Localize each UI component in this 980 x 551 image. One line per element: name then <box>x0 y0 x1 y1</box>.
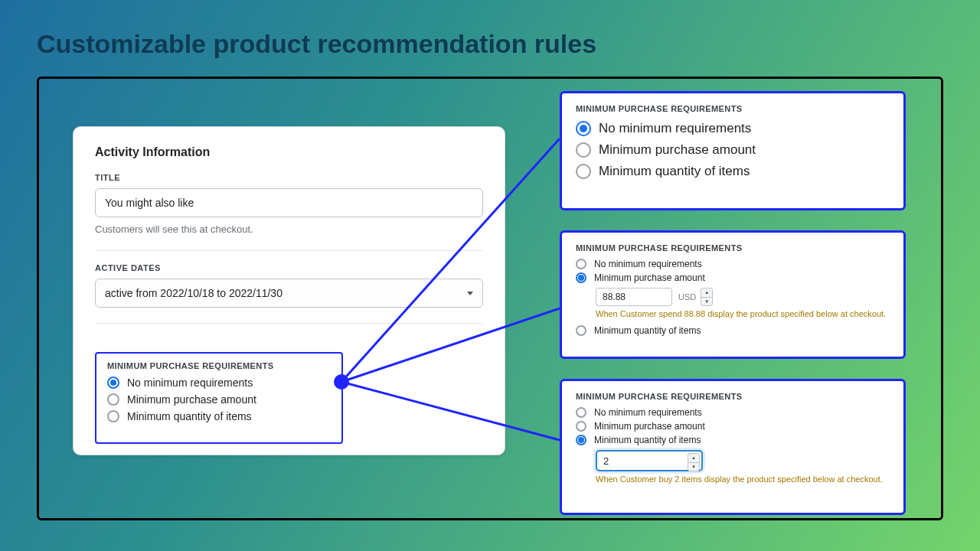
mpr-state-none: MINIMUM PURCHASE REQUIREMENTS No minimum… <box>560 91 906 210</box>
card-heading: Activity Information <box>74 127 505 173</box>
mpr-option-label: Minimum quantity of items <box>599 164 750 179</box>
mpr-option-amount[interactable]: Minimum purchase amount <box>107 393 331 406</box>
title-helper: Customers will see this at checkout. <box>95 223 483 235</box>
mpr-option-none[interactable]: No minimum requirements <box>107 377 331 389</box>
mpr-option-label: Minimum quantity of items <box>594 325 701 336</box>
radio-icon <box>576 435 586 445</box>
divider <box>95 323 483 324</box>
title-input-value: You might also like <box>105 197 194 209</box>
radio-icon <box>107 393 119 406</box>
demo-frame: Activity Information TITLE You might als… <box>37 77 943 520</box>
amount-input[interactable]: 88.88 <box>596 288 672 306</box>
title-label: TITLE <box>95 173 483 182</box>
amount-hint: When Customer spend 88.88 display the pr… <box>596 309 890 319</box>
mpr-option-qty[interactable]: Minimum quantity of items <box>107 410 331 422</box>
mpr-option-amount[interactable]: Minimum purchase amount <box>576 142 890 158</box>
mpr-option-label: Minimum quantity of items <box>127 410 252 422</box>
mpr-option-label: No minimum requirements <box>594 407 702 418</box>
chevron-down-icon: ▼ <box>701 298 712 306</box>
qty-stepper[interactable]: ▲ ▼ <box>688 453 700 471</box>
mpr-option-label: No minimum requirements <box>127 377 253 389</box>
mpr-option-label: Minimum purchase amount <box>594 421 705 432</box>
amount-value: 88.88 <box>603 292 626 302</box>
active-dates-value: active from 2022/10/18 to 2022/11/30 <box>105 287 283 299</box>
qty-input-wrap: 2 ▲ ▼ <box>596 450 890 471</box>
mpr-option-label: No minimum requirements <box>594 259 702 269</box>
mpr-state-amount: MINIMUM PURCHASE REQUIREMENTS No minimum… <box>560 230 906 359</box>
radio-icon <box>576 325 586 336</box>
mpr-option-label: Minimum purchase amount <box>599 142 756 158</box>
amount-stepper[interactable]: ▲ ▼ <box>701 288 713 306</box>
mpr-option-none[interactable]: No minimum requirements <box>576 407 890 418</box>
mpr-heading: MINIMUM PURCHASE REQUIREMENTS <box>576 104 890 113</box>
mpr-option-none[interactable]: No minimum requirements <box>576 121 890 136</box>
qty-hint: When Customer buy 2 items display the pr… <box>596 474 890 484</box>
radio-icon <box>576 407 586 418</box>
mpr-option-label: Minimum purchase amount <box>594 272 705 283</box>
mpr-option-qty[interactable]: Minimum quantity of items <box>576 325 890 336</box>
page-title: Customizable product recommendation rule… <box>37 29 596 59</box>
chevron-down-icon: ▼ <box>688 463 699 471</box>
radio-icon <box>107 410 119 422</box>
radio-icon <box>576 142 591 158</box>
amount-input-wrap: 88.88 USD ▲ ▼ <box>596 288 890 306</box>
title-input[interactable]: You might also like <box>95 188 483 217</box>
radio-icon <box>576 272 586 283</box>
mpr-source-panel: MINIMUM PURCHASE REQUIREMENTS No minimum… <box>95 352 343 444</box>
active-dates-label: ACTIVE DATES <box>95 263 483 272</box>
chevron-up-icon: ▲ <box>688 454 699 463</box>
mpr-state-qty: MINIMUM PURCHASE REQUIREMENTS No minimum… <box>560 379 906 515</box>
mpr-option-label: Minimum purchase amount <box>127 393 256 406</box>
mpr-heading: MINIMUM PURCHASE REQUIREMENTS <box>576 243 890 253</box>
chevron-up-icon: ▲ <box>701 289 712 298</box>
radio-icon <box>576 121 591 136</box>
radio-icon <box>107 377 119 389</box>
mpr-option-amount[interactable]: Minimum purchase amount <box>576 272 890 283</box>
divider <box>95 250 483 251</box>
mpr-heading: MINIMUM PURCHASE REQUIREMENTS <box>107 361 331 370</box>
mpr-option-amount[interactable]: Minimum purchase amount <box>576 421 890 432</box>
chevron-down-icon <box>467 292 473 295</box>
radio-icon <box>576 259 586 269</box>
activity-info-card: Activity Information TITLE You might als… <box>73 126 505 455</box>
mpr-option-label: Minimum quantity of items <box>594 435 701 445</box>
active-dates-select[interactable]: active from 2022/10/18 to 2022/11/30 <box>95 279 483 308</box>
qty-value: 2 <box>603 455 609 467</box>
mpr-heading: MINIMUM PURCHASE REQUIREMENTS <box>576 392 890 401</box>
radio-icon <box>576 164 591 179</box>
mpr-option-qty[interactable]: Minimum quantity of items <box>576 435 890 445</box>
mpr-option-none[interactable]: No minimum requirements <box>576 259 890 269</box>
mpr-option-label: No minimum requirements <box>599 121 751 136</box>
qty-input[interactable]: 2 ▲ ▼ <box>596 450 703 471</box>
mpr-option-qty[interactable]: Minimum quantity of items <box>576 164 890 179</box>
currency-label: USD <box>678 292 696 302</box>
radio-icon <box>576 421 586 432</box>
